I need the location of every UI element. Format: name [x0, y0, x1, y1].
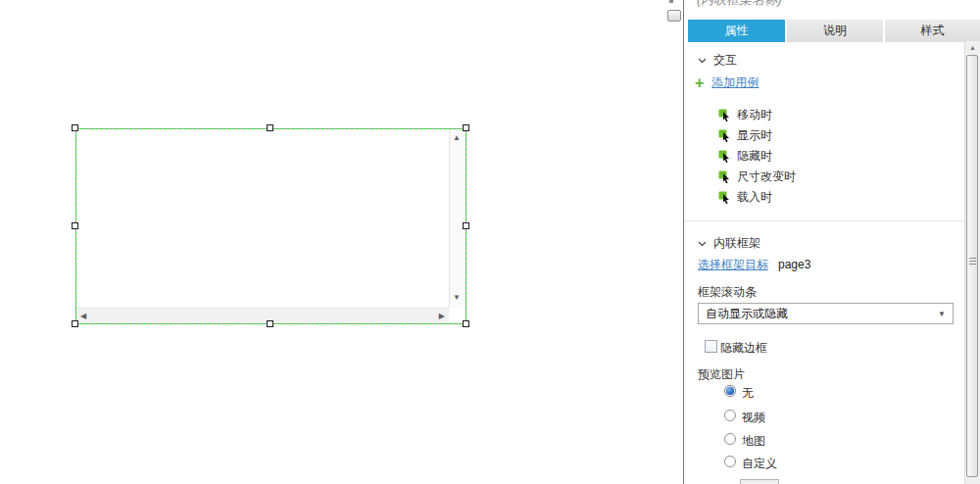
- radio-custom-label: 自定义: [742, 456, 777, 472]
- section-inline-frame[interactable]: 内联框架: [698, 235, 760, 252]
- event-item[interactable]: 显示时: [718, 127, 772, 144]
- event-label: 隐藏时: [737, 148, 772, 165]
- frame-scrollbars-select[interactable]: 自动显示或隐藏 ▼: [698, 303, 954, 324]
- selection-handle[interactable]: [72, 222, 78, 229]
- select-frame-target-link[interactable]: 选择框架目标: [698, 257, 768, 273]
- radio-video-label: 视频: [742, 410, 765, 426]
- add-case-link[interactable]: 添加用例: [711, 74, 759, 91]
- plus-icon: +: [695, 76, 704, 90]
- selection-handle[interactable]: [463, 124, 469, 131]
- section-label: 内联框架: [713, 235, 760, 252]
- event-label: 显示时: [737, 127, 772, 144]
- selection-handle[interactable]: [72, 320, 78, 327]
- event-icon: [718, 129, 731, 143]
- radio-none[interactable]: [724, 385, 736, 397]
- scrollbar-grip-icon: [969, 258, 976, 266]
- frame-scrollbars-label: 框架滚动条: [698, 284, 757, 301]
- section-interactions[interactable]: 交互: [698, 52, 737, 69]
- event-item[interactable]: 隐藏时: [718, 148, 772, 165]
- axure-workspace: ▲ ▼ ◀ ▶ (内联框架名称) 属性 说明 样式: [0, 0, 980, 484]
- tab-notes[interactable]: 说明: [787, 20, 883, 42]
- add-case-row: + 添加用例: [695, 74, 759, 91]
- tab-properties[interactable]: 属性: [688, 20, 785, 42]
- preview-image-label: 预览图片: [698, 366, 745, 383]
- section-label: 交互: [713, 52, 737, 69]
- event-item[interactable]: 移动时: [718, 107, 772, 123]
- radio-map-label: 地图: [742, 433, 765, 450]
- tab-style[interactable]: 样式: [885, 20, 980, 42]
- selection-handle[interactable]: [72, 124, 78, 131]
- scroll-up-icon[interactable]: ▲: [969, 44, 976, 51]
- panel-scrollbar-thumb[interactable]: [966, 55, 978, 477]
- inline-frame-widget[interactable]: ▲ ▼ ◀ ▶: [75, 128, 466, 324]
- panel-collapse-handle[interactable]: [667, 10, 681, 22]
- radio-custom[interactable]: [724, 456, 736, 467]
- event-item[interactable]: 尺寸改变时: [718, 169, 796, 185]
- widget-name-field[interactable]: (内联框架名称): [697, 0, 782, 9]
- selection-handle[interactable]: [267, 320, 273, 327]
- properties-panel: (内联框架名称) 属性 说明 样式 交互 + 添加用例 移动时 显示时 隐藏时: [684, 0, 980, 484]
- chevron-down-icon: ▼: [938, 310, 946, 318]
- event-icon: [718, 150, 731, 164]
- event-item[interactable]: 载入时: [718, 189, 772, 206]
- scroll-down-icon[interactable]: ▼: [453, 294, 461, 302]
- canvas[interactable]: ▲ ▼ ◀ ▶: [0, 0, 683, 484]
- event-icon: [718, 191, 731, 205]
- event-icon: [718, 170, 731, 184]
- scroll-right-icon[interactable]: ▶: [439, 313, 445, 320]
- radio-video[interactable]: [724, 410, 736, 421]
- selection-handle[interactable]: [267, 124, 273, 131]
- section-divider: [684, 220, 964, 221]
- widget-vertical-scrollbar[interactable]: ▲ ▼: [449, 129, 466, 308]
- event-label: 移动时: [737, 107, 772, 123]
- scroll-left-icon[interactable]: ◀: [80, 313, 86, 320]
- widget-horizontal-scrollbar[interactable]: ◀ ▶: [76, 308, 449, 323]
- radio-none-label: 无: [742, 385, 754, 402]
- scroll-up-icon[interactable]: ▲: [453, 134, 461, 142]
- cropped-field: [740, 479, 779, 484]
- selection-handle[interactable]: [463, 222, 469, 229]
- cropped-ui-fragment: [669, 0, 673, 3]
- hide-border-label: 隐藏边框: [720, 340, 767, 357]
- selected-option: 自动显示或隐藏: [706, 306, 938, 322]
- panel-tabs: 属性 说明 样式: [688, 20, 980, 42]
- hide-border-checkbox[interactable]: [705, 340, 717, 353]
- event-icon: [718, 109, 731, 122]
- chevron-down-icon: [698, 241, 707, 247]
- chevron-down-icon: [698, 58, 707, 64]
- event-label: 尺寸改变时: [737, 169, 796, 185]
- frame-target-value: page3: [778, 258, 810, 271]
- frame-target-row: 选择框架目标 page3: [698, 257, 810, 273]
- selection-handle[interactable]: [463, 320, 469, 327]
- radio-map[interactable]: [724, 433, 736, 445]
- event-label: 载入时: [737, 189, 772, 206]
